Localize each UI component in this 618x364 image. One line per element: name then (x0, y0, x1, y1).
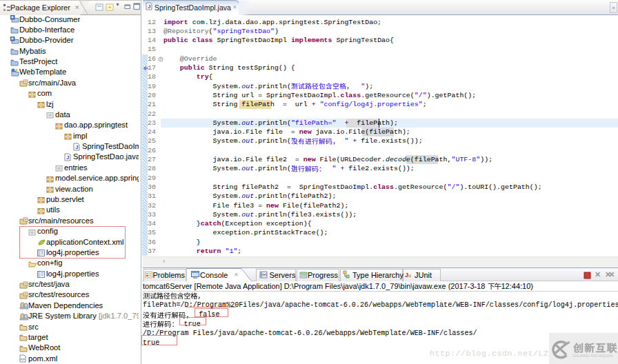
svg-text:J: J (75, 144, 78, 150)
svg-text:J: J (148, 3, 150, 10)
svg-text:<>: <> (21, 357, 25, 361)
svg-text:J: J (66, 154, 69, 161)
svg-text:u: u (408, 273, 411, 278)
